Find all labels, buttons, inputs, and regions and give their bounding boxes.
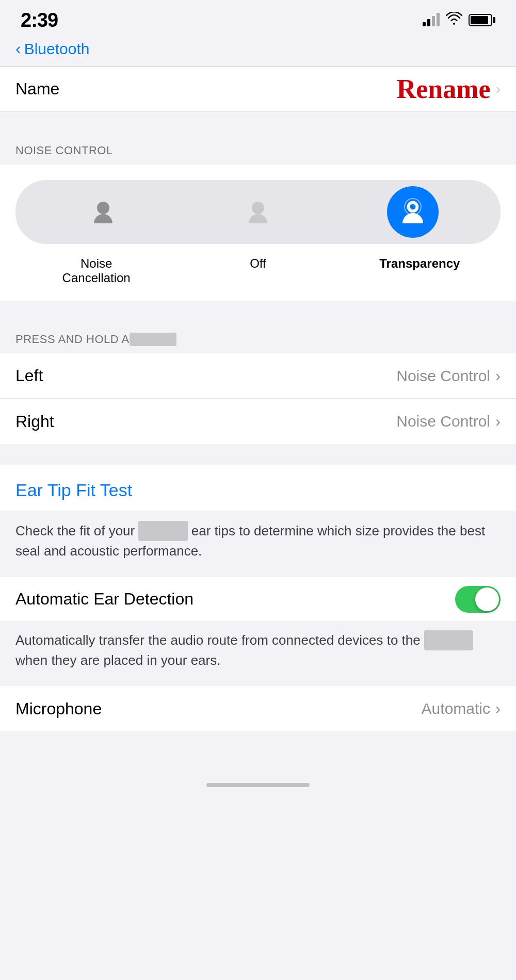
ear-tip-description-text: Check the fit of your AirPods ear tips t… xyxy=(15,523,485,559)
svg-point-3 xyxy=(410,204,415,209)
bottom-spacer xyxy=(0,731,516,773)
noise-labels: Noise Cancellation Off Transparency xyxy=(15,256,501,285)
noise-control-header-text: NOISE CONTROL xyxy=(15,144,113,157)
home-indicator xyxy=(0,773,516,803)
microphone-row[interactable]: Microphone Automatic › xyxy=(0,686,516,731)
auto-ear-detection-toggle[interactable] xyxy=(455,586,501,613)
noise-label-transparency: Transparency xyxy=(368,256,471,285)
press-hold-header: PRESS AND HOLD Airpods xyxy=(0,321,516,353)
section-divider-noise xyxy=(0,112,516,133)
name-right: Rename › xyxy=(397,76,501,103)
noise-option-cancellation[interactable] xyxy=(77,186,129,238)
ear-tip-title: Ear Tip Fit Test xyxy=(15,480,132,500)
back-chevron-icon: ‹ xyxy=(15,40,21,57)
left-chevron-icon: › xyxy=(495,367,501,385)
name-row[interactable]: Name Rename › xyxy=(0,67,516,112)
microphone-label: Microphone xyxy=(15,699,102,718)
status-time: 2:39 xyxy=(21,9,58,31)
section-divider-press xyxy=(0,301,516,321)
content: Name Rename › NOISE CONTROL xyxy=(0,67,516,731)
left-value-text: Noise Control xyxy=(396,367,490,385)
noise-control-header: NOISE CONTROL xyxy=(0,133,516,165)
noise-label-off: Off xyxy=(206,256,310,285)
auto-ear-detection-description-text: Automatically transfer the audio route f… xyxy=(15,632,473,668)
right-row[interactable]: Right Noise Control › xyxy=(0,399,516,444)
noise-option-transparency[interactable] xyxy=(387,186,439,238)
microphone-chevron-icon: › xyxy=(495,700,501,717)
press-hold-group: Left Noise Control › Right Noise Control… xyxy=(0,353,516,444)
auto-ear-detection-row[interactable]: Automatic Ear Detection xyxy=(0,577,516,622)
wifi-icon xyxy=(446,12,462,29)
airpods-blurred-2: AirPods xyxy=(424,630,473,650)
airpods-blurred-1: AirPods xyxy=(138,521,187,541)
auto-ear-detection-label: Automatic Ear Detection xyxy=(15,590,194,609)
noise-selector xyxy=(15,180,501,244)
nav-bar: ‹ Bluetooth xyxy=(0,36,516,67)
microphone-value-text: Automatic xyxy=(422,700,490,717)
status-bar: 2:39 xyxy=(0,0,516,36)
auto-ear-detection-description: Automatically transfer the audio route f… xyxy=(0,622,516,686)
noise-label-cancellation: Noise Cancellation xyxy=(45,256,148,285)
svg-point-0 xyxy=(97,202,109,214)
noise-control-section: Noise Cancellation Off Transparency xyxy=(0,165,516,301)
microphone-value: Automatic › xyxy=(422,700,501,717)
right-value-text: Noise Control xyxy=(396,413,490,430)
rename-value: Rename xyxy=(397,76,491,103)
name-label: Name xyxy=(15,79,59,99)
left-label: Left xyxy=(15,366,43,385)
home-bar xyxy=(206,783,310,787)
ear-tip-description: Check the fit of your AirPods ear tips t… xyxy=(0,511,516,577)
back-label: Bluetooth xyxy=(24,40,90,58)
status-icons xyxy=(423,12,495,29)
battery-icon xyxy=(469,14,495,26)
noise-option-off[interactable] xyxy=(232,186,284,238)
right-value: Noise Control › xyxy=(396,413,501,430)
svg-point-1 xyxy=(252,202,264,214)
left-value: Noise Control › xyxy=(396,367,501,385)
back-button[interactable]: ‹ Bluetooth xyxy=(15,40,501,58)
press-hold-header-text: PRESS AND HOLD Airpods xyxy=(15,333,176,346)
toggle-knob xyxy=(475,587,499,611)
left-row[interactable]: Left Noise Control › xyxy=(0,353,516,399)
microphone-group: Microphone Automatic › xyxy=(0,686,516,731)
right-chevron-icon: › xyxy=(495,413,501,430)
right-label: Right xyxy=(15,412,54,431)
section-divider-ear xyxy=(0,444,516,465)
ear-tip-section[interactable]: Ear Tip Fit Test xyxy=(0,465,516,511)
name-chevron-icon: › xyxy=(496,81,501,97)
signal-icon xyxy=(423,14,440,26)
